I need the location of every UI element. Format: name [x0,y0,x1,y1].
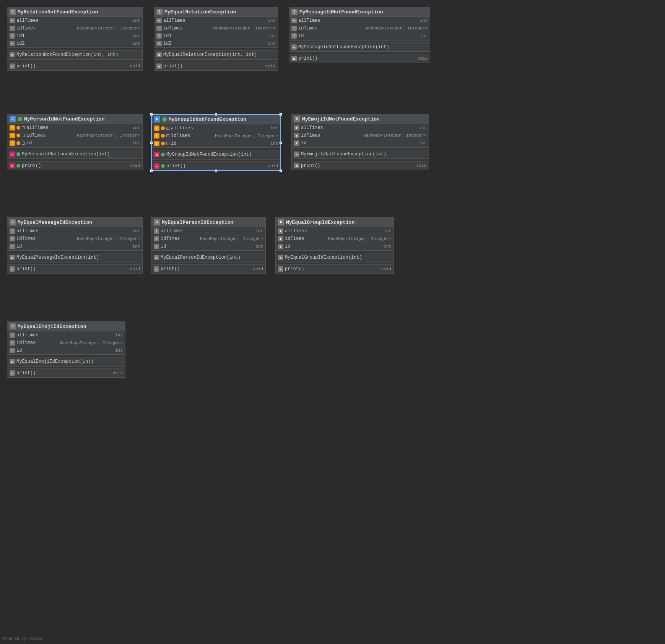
field-icon: f [154,126,159,131]
class-box[interactable]: CMyMessageIdNotFoundExceptionfallTimesin… [289,7,430,63]
visibility-icon [161,164,165,168]
field-name: idTimes [26,133,75,138]
class-name: MyEqualMessageIdException [18,220,92,225]
field-row: fallTimesint [154,17,278,24]
field-icon: f [291,33,297,39]
methods-section: mprint()void [152,162,280,170]
class-box[interactable]: CMyEqualGroupIdExceptionfallTimesintfidT… [275,217,394,274]
field-icon: f [294,133,299,138]
lock-icon [166,134,169,137]
class-name: MyGroupIdNotFoundException [169,117,246,122]
lock-icon [22,126,25,129]
visibility-icon [16,126,20,130]
class-type-icon: C [10,323,16,329]
field-type: HashMap<Integer, Integer> [212,26,275,31]
field-icon: m [156,52,162,57]
constructor-name: MyPersonIdNotFoundException(int) [22,152,140,157]
field-icon: f [154,244,159,249]
class-type-icon: C [294,116,300,122]
section-divider-2 [152,159,280,162]
method-row: mprint()void [7,265,142,273]
method-row: mprint()void [151,265,265,273]
field-row: fidint [152,140,280,147]
methods-section: mprint()void [7,265,142,273]
constructor-row: mMyEqualEmojiIdException(int) [7,357,125,366]
field-type: int [132,126,140,130]
field-name: id1 [163,33,266,39]
method-name: print() [161,266,252,272]
constructor-name: MyEqualMessageIdException(int) [16,255,140,260]
selection-handle [150,170,153,172]
visibility-icon [161,134,165,138]
field-icon: f [156,26,162,31]
field-icon: f [294,140,299,146]
class-box[interactable]: CMyEqualRelationExceptionfallTimesintfid… [154,7,278,71]
method-name: print() [16,370,111,376]
field-icon: m [154,266,159,272]
class-visibility-icon [162,117,167,122]
field-type: HashMap<Integer, Integer> [200,236,263,241]
class-box[interactable]: CMyEqualEmojiIdExceptionfallTimesintfidT… [7,321,125,378]
lock-icon [22,134,25,137]
field-type: int [419,141,426,145]
fields-section: fallTimesintfidTimesHashMap<Integer, Int… [289,17,430,40]
fields-section: fallTimesintfidTimesHashMap<Integer, Int… [7,331,125,355]
methods-section: mprint()void [7,369,125,377]
field-row: fidint [292,139,429,147]
constructors-section: mMyEqualRelationException(int, int) [154,51,278,59]
field-icon: f [10,228,15,234]
section-divider [7,48,142,51]
field-type: HashMap<Integer, Integer> [77,26,140,31]
field-type: int [268,18,275,23]
class-box[interactable]: CMyPersonIdNotFoundExceptionfallTimesint… [7,114,143,170]
constructors-section: mMyEqualEmojiIdException(int) [7,357,125,366]
field-icon: m [291,44,297,50]
class-type-icon: C [291,9,298,15]
class-box[interactable]: CMyRelationNotFoundExceptionfallTimesint… [7,7,143,71]
field-row: fidint [151,243,265,250]
field-name: allTimes [16,18,131,23]
field-type: int [255,229,263,233]
lock-icon [166,142,169,145]
class-box[interactable]: CMyEmojiIdNotFoundExceptionfallTimesintf… [291,114,429,170]
constructor-name: MyEmojiIdNotFoundException(int) [301,152,426,157]
class-box[interactable]: CMyEqualPersonIdExceptionfallTimesintfid… [151,217,266,274]
field-row: fidTimesHashMap<Integer, Integer> [151,235,265,243]
field-icon: f [10,236,15,241]
field-name: allTimes [26,125,131,130]
field-type: int [115,348,123,353]
method-return-type: void [418,56,428,61]
field-icon: m [10,370,15,376]
class-box[interactable]: CMyGroupIdNotFoundExceptionfallTimesintf… [151,114,281,171]
constructor-row: mMyPersonIdNotFoundException(int) [7,150,142,158]
field-icon: f [154,236,159,241]
visibility-icon [161,153,165,157]
field-name: allTimes [285,228,382,234]
class-visibility-icon [18,117,22,121]
class-header: CMyGroupIdNotFoundException [152,115,280,124]
method-name: print() [285,266,380,272]
class-type-icon: C [154,219,160,225]
field-icon: f [278,236,283,241]
field-row: fallTimesint [289,17,430,24]
field-icon: m [10,255,15,260]
class-name: MyEqualPersonIdException [162,220,233,225]
field-icon: f [294,125,299,130]
field-icon: f [10,333,15,338]
method-return-type: void [381,267,391,271]
field-name: allTimes [16,333,114,338]
field-icon: f [291,26,297,31]
field-row: fidTimesHashMap<Integer, Integer> [152,132,280,140]
methods-section: mprint()void [7,161,142,170]
visibility-icon [161,142,165,145]
class-box[interactable]: CMyEqualMessageIdExceptionfallTimesintfi… [7,217,143,274]
field-type: int [132,229,140,233]
field-type: HashMap<Integer, Integer> [77,236,140,241]
field-type: int [132,18,140,23]
constructors-section: mMyPersonIdNotFoundException(int) [7,150,142,159]
field-row: fidTimesHashMap<Integer, Integer> [292,132,429,139]
field-icon: f [154,228,159,234]
class-header: CMyRelationNotFoundException [7,7,142,17]
class-header: CMyMessageIdNotFoundException [289,7,430,17]
class-type-icon: C [10,116,16,122]
